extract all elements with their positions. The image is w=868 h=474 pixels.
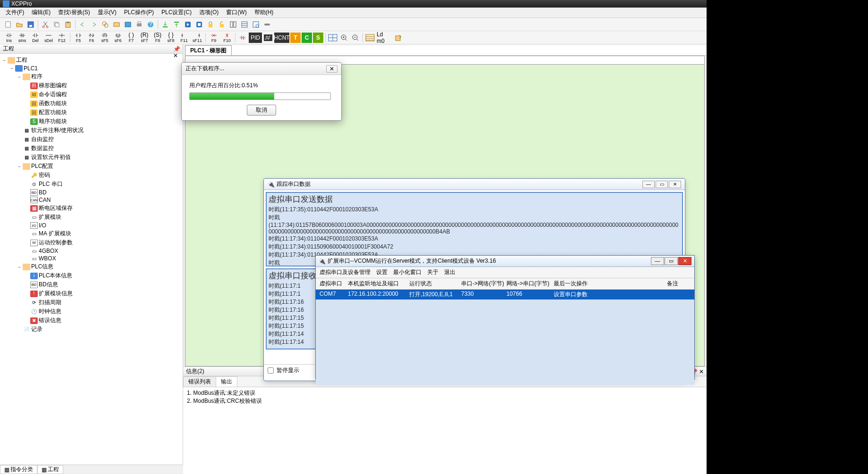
cut-icon[interactable] bbox=[40, 19, 51, 30]
col-s2n[interactable]: 串口->网络(字节) bbox=[461, 280, 506, 288]
tree-il[interactable]: 命令语编程 bbox=[39, 91, 67, 99]
pulse-icon[interactable] bbox=[263, 33, 273, 43]
tree-wbox[interactable]: WBOX bbox=[39, 255, 56, 262]
tb-icon-b[interactable] bbox=[123, 19, 133, 30]
f8-icon[interactable]: (S)F8 bbox=[152, 32, 164, 44]
tree-ma[interactable]: MA 扩展模块 bbox=[39, 230, 71, 238]
maximize-icon[interactable]: ▭ bbox=[665, 257, 678, 265]
tree-seq[interactable]: 顺序功能块 bbox=[39, 117, 67, 125]
zoom-in-icon[interactable] bbox=[339, 33, 349, 43]
tree-clock[interactable]: 时钟信息 bbox=[39, 308, 61, 316]
tb-icon-f[interactable] bbox=[262, 19, 272, 30]
menu-plc-op[interactable]: PLC操作(P) bbox=[120, 8, 158, 17]
upload-icon[interactable] bbox=[171, 19, 182, 30]
unlock-icon[interactable] bbox=[217, 19, 227, 30]
undo-icon[interactable] bbox=[77, 19, 88, 30]
tb-icon-a[interactable] bbox=[111, 19, 122, 30]
vcomm-menu-exit[interactable]: 退出 bbox=[444, 268, 455, 276]
col-port[interactable]: 虚拟串口 bbox=[320, 280, 348, 288]
tree-serial[interactable]: PLC 串口 bbox=[39, 180, 63, 188]
tree-func[interactable]: 函数功能块 bbox=[39, 100, 67, 108]
tree-4g[interactable]: 4GBOX bbox=[39, 248, 58, 254]
tree-freemon[interactable]: 自由监控 bbox=[31, 135, 54, 143]
tree-program[interactable]: 程序 bbox=[31, 73, 42, 81]
pid-icon[interactable]: PID bbox=[249, 33, 262, 43]
close-icon[interactable]: ✕ bbox=[326, 65, 337, 73]
zoom-out-icon[interactable] bbox=[350, 33, 361, 43]
f10-icon[interactable]: F10 bbox=[221, 32, 233, 44]
tree-datamon[interactable]: 数据监控 bbox=[31, 144, 54, 152]
redo-icon[interactable] bbox=[89, 19, 99, 30]
menu-view[interactable]: 显示(V) bbox=[94, 8, 120, 17]
tb-icon-d[interactable] bbox=[239, 19, 250, 30]
tree-retain[interactable]: 断电区域保存 bbox=[39, 204, 73, 212]
menu-help[interactable]: 帮助(H) bbox=[251, 8, 278, 17]
tab-output[interactable]: 输出 bbox=[216, 376, 237, 387]
vcomm-menu-mgr[interactable]: 虚拟串口及设备管理 bbox=[320, 268, 371, 276]
export-icon[interactable] bbox=[393, 33, 404, 43]
save-icon[interactable] bbox=[25, 19, 36, 30]
lock-icon[interactable] bbox=[205, 19, 216, 30]
pin-icon[interactable]: 📌 ✕ bbox=[173, 46, 180, 52]
s-icon[interactable]: S bbox=[313, 33, 323, 43]
tree-scan[interactable]: 扫描周期 bbox=[39, 299, 61, 307]
table-icon[interactable] bbox=[365, 33, 375, 43]
sf7-icon[interactable]: (R)sF7 bbox=[138, 32, 151, 44]
maximize-icon[interactable]: ▭ bbox=[656, 181, 668, 188]
f6-icon[interactable]: F6 bbox=[85, 32, 98, 44]
vcomm-row[interactable]: COM7 172.16.100.2:20000 打开,19200,E,8,1 7… bbox=[316, 290, 694, 299]
run-icon[interactable] bbox=[183, 19, 193, 30]
sf11-icon[interactable]: sF11 bbox=[191, 32, 203, 44]
btab-proj[interactable]: ▦工程 bbox=[37, 465, 63, 474]
hcnt-icon[interactable]: HCNT bbox=[274, 33, 289, 43]
col-n2s[interactable]: 网络->串口(字节) bbox=[506, 280, 554, 288]
tree-plcinfo[interactable]: PLC信息 bbox=[31, 263, 53, 271]
tree-comment[interactable]: 软元件注释/使用状况 bbox=[31, 126, 84, 134]
menu-file[interactable]: 文件(F) bbox=[2, 8, 28, 17]
sdel-icon[interactable]: sDel bbox=[42, 32, 55, 44]
ins-icon[interactable]: Ins bbox=[3, 32, 15, 44]
tree-cfg-fb[interactable]: 配置功能块 bbox=[39, 108, 67, 116]
menu-options[interactable]: 选项(O) bbox=[195, 8, 222, 17]
sf5-icon[interactable]: sF5 bbox=[99, 32, 111, 44]
close-icon[interactable]: ✕ bbox=[669, 181, 681, 188]
minimize-icon[interactable]: — bbox=[642, 181, 655, 188]
btab-instr[interactable]: ▦指令分类 bbox=[0, 465, 37, 474]
menu-edit[interactable]: 编辑(E) bbox=[28, 8, 54, 17]
sins-icon[interactable]: sIns bbox=[16, 32, 28, 44]
tree-record[interactable]: 记录 bbox=[31, 325, 42, 333]
print-icon[interactable] bbox=[134, 19, 144, 30]
c-icon[interactable]: C bbox=[302, 33, 312, 43]
copy-icon[interactable] bbox=[51, 19, 62, 30]
tree-io[interactable]: I/O bbox=[39, 222, 46, 229]
tree-bd[interactable]: BD bbox=[39, 189, 47, 196]
f11-icon[interactable]: F11 bbox=[178, 32, 190, 44]
vcomm-list[interactable]: COM7 172.16.100.2:20000 打开,19200,E,8,1 7… bbox=[316, 290, 694, 385]
open-icon[interactable] bbox=[14, 19, 25, 30]
tb-icon-e[interactable] bbox=[251, 19, 261, 30]
t-icon[interactable]: T bbox=[290, 33, 301, 43]
grid-icon[interactable] bbox=[328, 33, 338, 43]
vcomm-menu-set[interactable]: 设置 bbox=[376, 268, 388, 276]
tree-root[interactable]: 工程 bbox=[16, 56, 27, 64]
tree-ext[interactable]: 扩展模块 bbox=[39, 213, 61, 221]
close-icon[interactable]: ✕ bbox=[678, 257, 691, 265]
menu-search[interactable]: 查找\替换(S) bbox=[54, 8, 93, 17]
tree-pwd[interactable]: 密码 bbox=[39, 171, 50, 179]
vcomm-menu-about[interactable]: 关于 bbox=[427, 268, 438, 276]
paste-icon[interactable] bbox=[63, 19, 73, 30]
tree-can[interactable]: CAN bbox=[39, 197, 51, 203]
tree-extinfo[interactable]: 扩展模块信息 bbox=[39, 290, 73, 298]
minimize-icon[interactable]: — bbox=[651, 257, 664, 265]
col-note[interactable]: 备注 bbox=[667, 280, 691, 288]
f5-icon[interactable]: F5 bbox=[72, 32, 84, 44]
tree-body[interactable]: PLC本体信息 bbox=[39, 272, 72, 280]
col-addr[interactable]: 本机监听地址及端口 bbox=[348, 280, 409, 288]
menu-plc-set[interactable]: PLC设置(C) bbox=[158, 8, 195, 17]
f12-icon[interactable]: F12 bbox=[56, 32, 68, 44]
cancel-button[interactable]: 取消 bbox=[247, 105, 276, 116]
tree-motion[interactable]: 运动控制参数 bbox=[39, 239, 73, 247]
download-icon[interactable] bbox=[160, 19, 170, 30]
tab-errors[interactable]: 错误列表 bbox=[183, 376, 216, 387]
ldm0-icon[interactable]: Ld m0 bbox=[376, 33, 392, 43]
